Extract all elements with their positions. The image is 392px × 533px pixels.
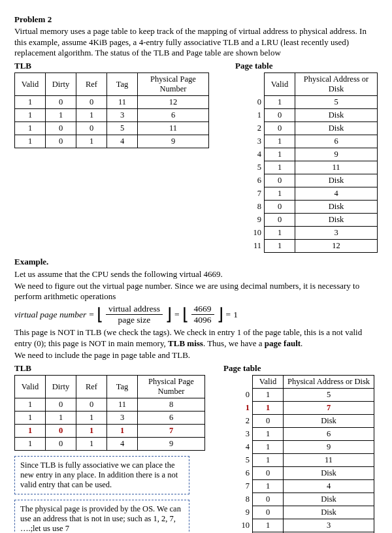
page-table-1: Valid Physical Address or Disk 01510Disk…: [235, 73, 378, 253]
note-box-1: Since TLB is fully associative we can pl…: [14, 456, 189, 494]
formula-den1: page size: [116, 315, 154, 325]
problem-title: Problem 2: [14, 14, 378, 25]
table-row: 015: [235, 96, 377, 109]
example-heading: Example.: [14, 257, 378, 267]
col-ref: Ref: [76, 73, 107, 96]
col-ppn: Physical Page Number: [138, 73, 209, 96]
table-row: 5111: [223, 454, 374, 467]
example-line4: We need to include the page in page tabl…: [14, 350, 378, 361]
table-row: 1013: [235, 227, 377, 240]
table-row: 10117: [15, 425, 205, 438]
formula-den2: 4096: [191, 315, 214, 325]
table-row: 10149: [15, 438, 205, 451]
col-dirty: Dirty: [46, 73, 76, 96]
problem-intro: Virtual memory uses a page table to keep…: [14, 26, 378, 58]
table-row: 10149: [15, 135, 209, 148]
table-row: 20Disk: [235, 122, 377, 135]
table-row: 90Disk: [235, 214, 377, 227]
table-row: 10Disk: [235, 109, 377, 122]
table-row: 316: [223, 428, 374, 441]
table-row: 419: [235, 148, 377, 161]
table-row: 5111: [235, 161, 377, 174]
col-valid: Valid: [15, 73, 46, 96]
formula: virtual page number = ⌊ virtual address …: [14, 304, 378, 325]
table-row: 60Disk: [223, 467, 374, 480]
tlb-heading-2: TLB: [14, 363, 197, 374]
col-valid: Valid: [253, 376, 284, 389]
col-valid: Valid: [15, 376, 46, 398]
table-row: 11112: [235, 240, 377, 253]
table-row: 100118: [15, 398, 205, 412]
table-row: 80Disk: [235, 201, 377, 214]
page-table-2: Valid Physical Address or Disk 01511720D…: [223, 375, 374, 533]
tlb-heading-1: TLB: [14, 61, 209, 71]
example-line1: Let us assume that the CPU sends the fol…: [14, 269, 378, 280]
col-tag: Tag: [107, 73, 138, 96]
pt-heading-2: Page table: [223, 363, 374, 374]
table-row: 419: [223, 441, 374, 454]
table-row: 20Disk: [223, 415, 374, 428]
col-valid: Valid: [265, 73, 295, 96]
tlb-table-1: Valid Dirty Ref Tag Physical Page Number…: [14, 73, 209, 148]
table-row: 1001112: [15, 96, 209, 109]
formula-num2: 4669: [191, 304, 214, 315]
formula-lhs: virtual page number: [14, 310, 86, 320]
example-line3: This page is NOT in TLB (we check the ta…: [14, 327, 378, 349]
table-row: 60Disk: [235, 174, 377, 187]
example-line2: We need to figure out the virtual page n…: [14, 281, 378, 302]
col-paddr: Physical Address or Disk: [295, 73, 378, 96]
col-ref: Ref: [76, 376, 107, 398]
col-tag: Tag: [107, 376, 138, 398]
note-box-2: The physical page is provided by the OS.…: [14, 500, 189, 533]
table-row: 11136: [15, 109, 209, 122]
col-dirty: Dirty: [46, 376, 76, 398]
table-row: 1013: [223, 519, 374, 532]
table-row: 90Disk: [223, 506, 374, 519]
table-row: 11136: [15, 412, 205, 425]
formula-num1: virtual address: [106, 304, 163, 315]
table-row: 117: [223, 402, 374, 415]
table-row: 015: [223, 389, 374, 402]
table-row: 100511: [15, 122, 209, 135]
col-ppn: Physical Page Number: [138, 376, 205, 398]
tlb-table-2: Valid Dirty Ref Tag Physical Page Number…: [14, 375, 205, 451]
table-row: 714: [235, 187, 377, 201]
table-row: 316: [235, 135, 377, 148]
table-row: 80Disk: [223, 493, 374, 506]
col-paddr: Physical Address or Disk: [284, 376, 374, 389]
table-row: 714: [223, 480, 374, 493]
formula-result: 1: [233, 310, 238, 320]
pt-heading-1: Page table: [235, 61, 378, 71]
